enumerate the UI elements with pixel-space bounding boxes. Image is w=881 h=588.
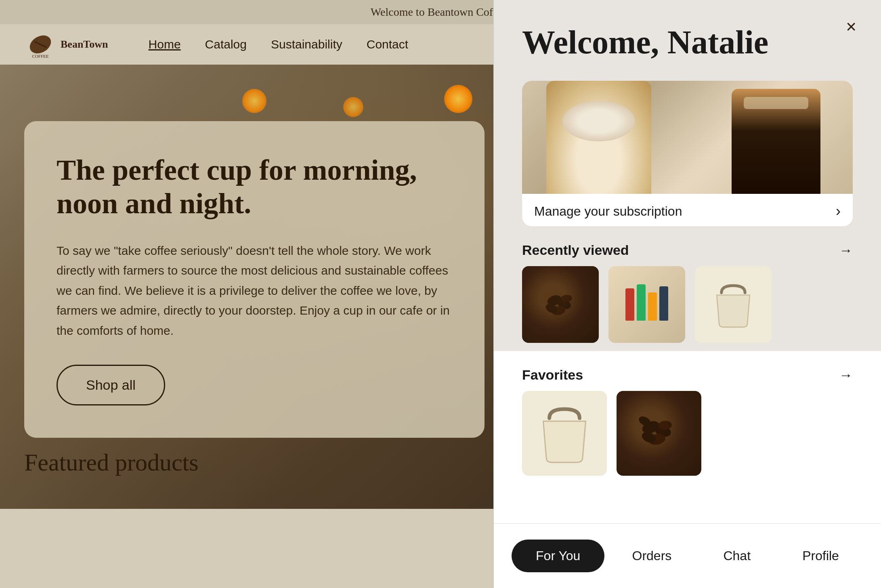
banner-text: Welcome to Beantown Coffee! bbox=[371, 6, 510, 19]
recently-viewed-tote[interactable] bbox=[695, 266, 772, 343]
tab-profile-label: Profile bbox=[802, 548, 839, 563]
tab-for-you[interactable]: For You bbox=[512, 540, 604, 572]
hero-headline: The perfect cup for morning, noon and ni… bbox=[57, 153, 452, 220]
nav-home[interactable]: Home bbox=[149, 38, 181, 51]
recently-viewed-title: Recently viewed bbox=[522, 242, 629, 258]
recently-viewed-arrow[interactable]: → bbox=[839, 243, 853, 258]
shop-all-button[interactable]: Shop all bbox=[57, 365, 165, 405]
coffee-iced-image bbox=[732, 89, 820, 194]
tab-orders-label: Orders bbox=[632, 548, 672, 563]
nav-contact[interactable]: Contact bbox=[367, 38, 408, 51]
bottom-nav: For You Orders Chat Profile bbox=[494, 523, 881, 588]
tab-for-you-label: For You bbox=[536, 548, 580, 563]
tab-chat-label: Chat bbox=[723, 548, 751, 563]
decorative-light bbox=[242, 89, 266, 113]
coffee-latte-image bbox=[546, 81, 651, 194]
logo-icon: COFFEE bbox=[24, 28, 57, 61]
nav-sustainability[interactable]: Sustainability bbox=[271, 38, 342, 51]
close-button[interactable]: × bbox=[839, 15, 863, 39]
hero-body-text: To say we "take coffee seriously" doesn'… bbox=[57, 241, 452, 341]
recently-viewed-header: Recently viewed → bbox=[494, 226, 881, 266]
tab-profile[interactable]: Profile bbox=[778, 540, 863, 572]
subscription-label-text: Manage your subscription bbox=[534, 204, 682, 219]
favorites-title: Favorites bbox=[522, 367, 583, 383]
nav-links: Home Catalog Sustainability Contact bbox=[149, 38, 409, 51]
decorative-light bbox=[343, 97, 363, 117]
recently-viewed-bottles[interactable] bbox=[608, 266, 685, 343]
decorative-light bbox=[444, 85, 472, 113]
hero-textbox: The perfect cup for morning, noon and ni… bbox=[24, 121, 485, 438]
side-panel: × Welcome, Natalie Manage your subscript… bbox=[493, 0, 881, 588]
chevron-right-icon: › bbox=[836, 203, 841, 220]
nav-catalog[interactable]: Catalog bbox=[205, 38, 247, 51]
logo[interactable]: COFFEE BeanTown bbox=[24, 28, 108, 61]
featured-products-label: Featured products bbox=[24, 449, 199, 477]
subscription-label[interactable]: Manage your subscription › bbox=[522, 194, 853, 226]
favorites-thumbnails bbox=[494, 391, 881, 476]
tab-chat[interactable]: Chat bbox=[699, 540, 775, 572]
favorites-arrow[interactable]: → bbox=[839, 368, 853, 383]
subscription-card[interactable]: Manage your subscription › bbox=[522, 81, 853, 226]
favorites-header: Favorites → bbox=[494, 351, 881, 391]
logo-text: BeanTown bbox=[61, 39, 108, 50]
tab-orders[interactable]: Orders bbox=[608, 540, 696, 572]
favorites-beans[interactable] bbox=[617, 391, 701, 476]
svg-text:COFFEE: COFFEE bbox=[32, 54, 49, 59]
subscription-image bbox=[522, 81, 853, 194]
favorites-tote[interactable] bbox=[522, 391, 607, 476]
welcome-heading: Welcome, Natalie bbox=[494, 0, 881, 73]
recently-viewed-thumbnails bbox=[494, 266, 881, 343]
recently-viewed-beans[interactable] bbox=[522, 266, 599, 343]
